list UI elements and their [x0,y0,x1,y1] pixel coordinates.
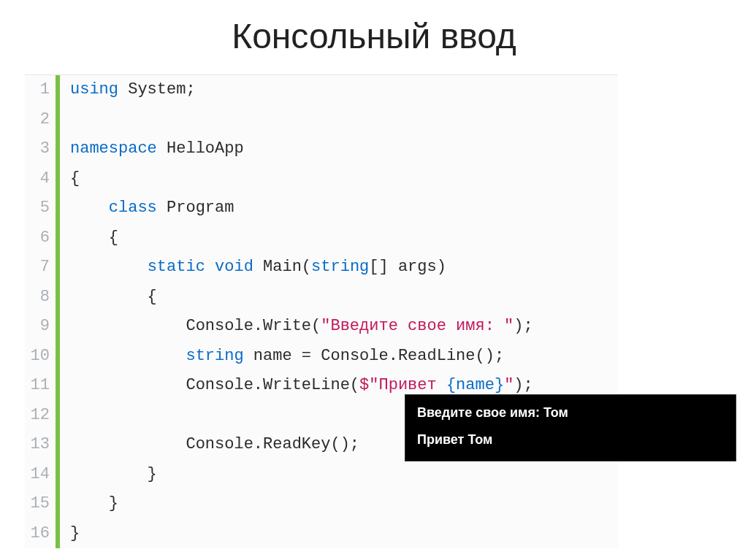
console-line-2: Привет Том [417,432,724,448]
console-line-1: Введите свое имя: Том [417,405,724,421]
code-content: { [60,283,157,312]
line-number: 6 [25,223,56,253]
code-row: 3namespace HelloApp [25,134,618,164]
line-number: 13 [25,430,56,460]
slide-title: Консольный ввод [0,0,748,64]
line-number: 12 [25,401,56,431]
code-row: 8 { [25,283,618,312]
code-row: 14 } [25,460,618,490]
code-row: 15 } [25,489,618,519]
code-content: } [60,460,157,490]
code-content: string name = Console.ReadLine(); [60,342,504,372]
line-number: 7 [25,253,56,283]
code-row: 1using System; [25,75,618,105]
line-number: 4 [25,164,56,194]
line-number: 3 [25,134,56,164]
code-block: 1using System;23namespace HelloApp4{5 cl… [25,74,618,548]
code-content: class Program [60,193,234,223]
code-row: 7 static void Main(string[] args) [25,253,618,283]
line-number: 2 [25,105,56,135]
code-content [60,105,70,135]
code-row: 5 class Program [25,193,618,223]
code-content: Console.ReadKey(); [60,430,359,460]
code-content: } [60,489,118,519]
code-content: } [60,519,80,549]
line-number: 8 [25,283,56,312]
line-number: 1 [25,75,56,105]
line-number: 9 [25,312,56,342]
code-content: using System; [60,75,196,105]
code-content: { [60,164,80,194]
line-number: 5 [25,193,56,223]
line-number: 11 [25,371,56,401]
code-content: namespace HelloApp [60,134,244,164]
line-number: 10 [25,342,56,372]
code-row: 16} [25,519,618,549]
code-content [60,401,70,431]
code-row: 2 [25,105,618,135]
line-number: 15 [25,489,56,519]
code-content: static void Main(string[] args) [60,253,446,283]
code-row: 6 { [25,223,618,253]
code-row: 4{ [25,164,618,194]
code-row: 9 Console.Write("Введите свое имя: "); [25,312,618,342]
line-number: 16 [25,519,56,549]
console-output: Введите свое имя: Том Привет Том [405,394,736,461]
code-row: 10 string name = Console.ReadLine(); [25,342,618,372]
line-number: 14 [25,460,56,490]
code-content: { [60,223,118,253]
code-content: Console.Write("Введите свое имя: "); [60,312,533,342]
